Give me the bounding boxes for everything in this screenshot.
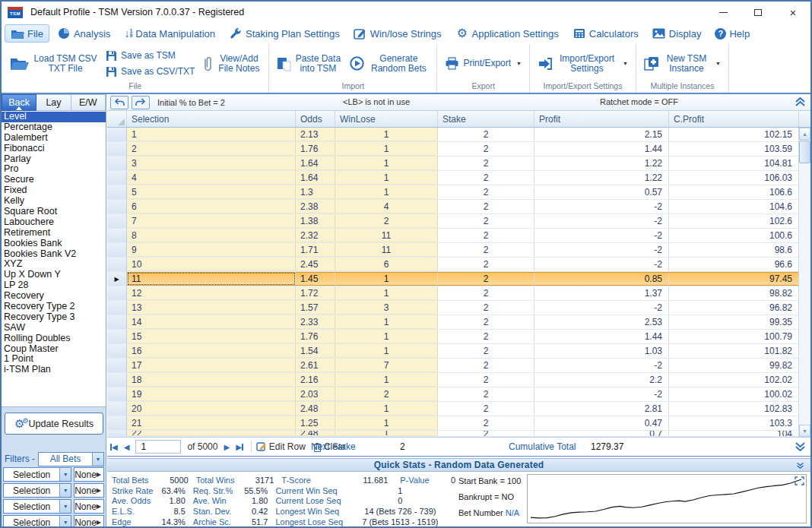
column-header-c-profit[interactable]: C.Profit [669, 111, 799, 127]
table-row[interactable]: 211.25120.47103.3 [107, 416, 810, 431]
sidebar-plan-item[interactable]: Retirement [2, 228, 106, 239]
table-cell[interactable]: 101.82 [669, 344, 799, 358]
sidebar-plan-item[interactable]: Recovery Type 2 [2, 302, 106, 312]
chevron-down-icon[interactable]: ▼ [59, 484, 71, 497]
table-cell[interactable]: 18 [127, 373, 296, 387]
menu-calculators[interactable]: Calculators [566, 24, 645, 43]
table-row[interactable]: 51.3120.57106.6 [107, 185, 810, 200]
next-record-icon[interactable]: ▶ [224, 443, 230, 451]
table-row[interactable]: 182.16122.2102.02 [107, 373, 810, 387]
table-row[interactable]: 131.5732-296.82 [107, 301, 810, 315]
tab-each-way[interactable]: E/W [71, 94, 106, 111]
sidebar-plan-item[interactable]: Pro [2, 164, 106, 175]
table-cell[interactable]: 5 [127, 185, 296, 199]
table-cell[interactable]: 4 [127, 171, 296, 185]
table-cell[interactable]: 1.44 [534, 330, 669, 343]
table-cell[interactable]: 102.6 [669, 214, 799, 228]
table-cell[interactable]: 19 [127, 387, 296, 401]
import-export-settings-button[interactable]: Import/Export Settings ▼ [534, 52, 631, 75]
collapse-stats-icon[interactable] [796, 462, 804, 470]
table-cell[interactable]: 99.35 [669, 315, 799, 329]
table-cell[interactable]: 1 [335, 286, 438, 300]
table-cell[interactable]: 15 [127, 330, 296, 343]
filter-field-dropdown[interactable]: Selection▼ [3, 467, 71, 482]
first-record-icon[interactable]: ◀ [110, 443, 118, 451]
table-row[interactable]: 41.64121.22106.03 [107, 171, 810, 185]
table-cell[interactable]: 1 [335, 185, 438, 199]
menu-winlose-strings[interactable]: Win/lose Strings [347, 24, 448, 43]
sidebar-plan-item[interactable]: Fixed [2, 185, 106, 196]
table-cell[interactable]: 2 [438, 157, 534, 170]
table-cell[interactable]: 1.22 [534, 157, 669, 170]
print-export-button[interactable]: Print/Export ▼ [442, 55, 525, 71]
menu-staking-plan-settings[interactable]: Staking Plan Settings [223, 24, 346, 43]
table-cell[interactable]: 1.25 [296, 416, 335, 430]
redo-button[interactable] [132, 96, 150, 109]
column-header-selection[interactable]: Selection [127, 111, 296, 127]
column-header-profit[interactable]: Profit [534, 111, 669, 127]
table-cell[interactable]: 0.7 [534, 431, 669, 436]
undo-button[interactable] [110, 96, 128, 109]
table-row[interactable]: 71.3822-2102.6 [107, 214, 810, 229]
table-cell[interactable]: -2 [534, 229, 669, 242]
table-cell[interactable]: 2 [438, 373, 534, 387]
table-cell[interactable]: 1 [335, 416, 438, 430]
tab-lay[interactable]: Lay [36, 94, 71, 111]
sidebar-plan-item[interactable]: Fibonacci [2, 144, 106, 154]
sidebar-plan-item[interactable]: Percentage [2, 122, 106, 133]
table-cell[interactable]: 103.3 [669, 416, 799, 430]
table-cell[interactable]: 2 [438, 315, 534, 329]
table-cell[interactable]: 7 [335, 359, 438, 372]
table-cell[interactable]: 2 [438, 330, 534, 343]
table-row[interactable]: 222.48120.7104 [107, 431, 810, 437]
table-cell[interactable]: 100.6 [669, 229, 799, 242]
quick-stats-header[interactable]: Quick Stats - Random Data Generated [107, 458, 810, 472]
table-cell[interactable]: 2.32 [296, 229, 335, 242]
table-cell[interactable]: 2.03 [296, 387, 335, 401]
table-cell[interactable]: 2 [438, 229, 534, 242]
table-cell[interactable]: 10 [127, 258, 296, 271]
table-cell[interactable]: 2.2 [534, 373, 669, 387]
table-cell[interactable]: 1 [335, 272, 438, 286]
table-row[interactable]: 102.4562-296.6 [107, 258, 810, 272]
table-cell[interactable]: 2.15 [534, 128, 669, 141]
scroll-down-icon[interactable]: ▼ [799, 425, 810, 437]
table-cell[interactable]: 2 [438, 344, 534, 358]
table-row[interactable]: 82.32112-2100.6 [107, 229, 810, 243]
sidebar-plan-item[interactable]: Rolling Doubles [2, 334, 106, 344]
table-cell[interactable]: 2 [438, 243, 534, 257]
sidebar-plan-item[interactable]: Dalembert [2, 133, 106, 144]
table-row[interactable]: 172.6172-299.82 [107, 359, 810, 373]
table-cell[interactable]: 100.02 [669, 387, 799, 401]
table-cell[interactable]: 2.48 [296, 431, 335, 436]
table-cell[interactable]: 1.64 [296, 171, 335, 185]
table-cell[interactable]: 1 [335, 142, 438, 156]
table-cell[interactable]: 2 [438, 272, 534, 286]
table-cell[interactable]: 1.57 [296, 301, 335, 315]
table-cell[interactable]: 2 [438, 185, 534, 199]
table-cell[interactable]: 4 [335, 200, 438, 213]
table-cell[interactable]: 2.38 [296, 200, 335, 213]
table-cell[interactable]: 11 [127, 272, 296, 286]
table-cell[interactable]: 2 [438, 416, 534, 430]
table-cell[interactable]: 2.45 [296, 258, 335, 271]
table-cell[interactable]: 106.03 [669, 171, 799, 185]
table-cell[interactable]: 103.59 [669, 142, 799, 156]
paste-data-button[interactable]: Paste Data into TSM [274, 52, 344, 75]
table-cell[interactable]: 2.16 [296, 373, 335, 387]
table-cell[interactable]: 2.33 [296, 315, 335, 329]
table-cell[interactable]: 1 [335, 330, 438, 343]
table-cell[interactable]: 102.83 [669, 402, 799, 416]
table-row[interactable]: 192.0322-2100.02 [107, 387, 810, 402]
menu-analysis[interactable]: Analysis [51, 24, 116, 43]
close-button[interactable]: × [776, 2, 810, 23]
scrollbar-thumb[interactable] [799, 141, 810, 163]
table-cell[interactable]: -2 [534, 200, 669, 213]
table-cell[interactable]: 2.13 [296, 128, 335, 141]
table-cell[interactable]: 96.82 [669, 301, 799, 315]
filter-field-dropdown[interactable]: Selection▼ [3, 515, 71, 528]
generate-random-bets-button[interactable]: Generate Random Bets [347, 52, 432, 75]
menu-application-settings[interactable]: ⚙ Application Settings [449, 24, 565, 43]
load-tsm-csv-button[interactable]: Load TSM CSV TXT File [6, 52, 101, 75]
table-cell[interactable]: 12 [127, 286, 296, 300]
